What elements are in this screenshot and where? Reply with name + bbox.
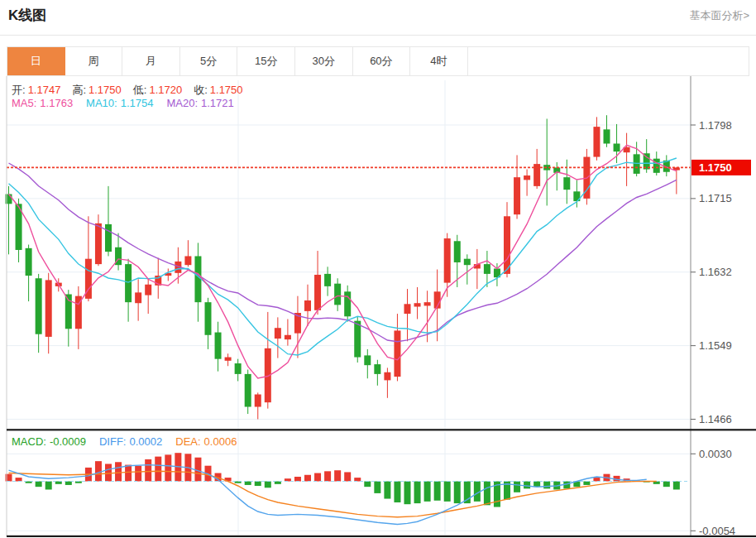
ma20-label: MA20: bbox=[166, 97, 198, 109]
candle-body bbox=[194, 256, 201, 302]
candle-body bbox=[354, 321, 361, 358]
macd-bar bbox=[45, 482, 52, 490]
macd-bar bbox=[125, 465, 132, 482]
tab-5min[interactable]: 5分 bbox=[180, 47, 238, 75]
kline-chart[interactable]: 1.17981.17151.16321.15491.14661.17500.00… bbox=[0, 0, 756, 538]
macd-bar bbox=[165, 454, 171, 481]
candle-body bbox=[563, 177, 570, 190]
macd-bar bbox=[414, 482, 421, 504]
macd-bar bbox=[534, 482, 540, 488]
macd-legend: MACD:-0.0009DIFF:0.0002DEA:0.0006 bbox=[12, 435, 250, 448]
header-divider bbox=[0, 35, 756, 36]
candle-body bbox=[145, 285, 151, 295]
tab-day[interactable]: 日 bbox=[7, 47, 65, 75]
macd-bar bbox=[374, 482, 380, 493]
candle-body bbox=[36, 278, 42, 334]
close-label: 收: bbox=[194, 84, 208, 96]
tab-15min[interactable]: 15分 bbox=[237, 47, 295, 75]
candle-body bbox=[344, 291, 351, 316]
macd-value: -0.0009 bbox=[50, 435, 86, 448]
ma5-line bbox=[9, 145, 677, 378]
candle-body bbox=[444, 238, 451, 283]
fundamental-analysis-link[interactable]: 基本面分析> bbox=[689, 8, 749, 23]
bottom-border bbox=[7, 536, 756, 537]
ma10-value: 1.1754 bbox=[121, 97, 154, 109]
candle-body bbox=[255, 395, 261, 407]
macd-bar bbox=[115, 462, 122, 481]
macd-label: MACD: bbox=[12, 435, 46, 448]
macd-bar bbox=[36, 482, 42, 488]
tab-4hour[interactable]: 4时 bbox=[410, 47, 468, 75]
macd-bar bbox=[394, 482, 400, 502]
diff-value: 0.0002 bbox=[129, 435, 162, 448]
candle-body bbox=[105, 224, 112, 252]
candle-body bbox=[135, 292, 141, 303]
dea-label: DEA: bbox=[175, 435, 200, 448]
macd-bar bbox=[105, 464, 112, 481]
candle-body bbox=[514, 177, 520, 214]
tab-60min[interactable]: 60分 bbox=[353, 47, 411, 75]
ma10-line bbox=[9, 158, 677, 355]
tab-week[interactable]: 周 bbox=[65, 47, 123, 75]
ma5-value: 1.1763 bbox=[40, 97, 73, 109]
macd-bar bbox=[344, 472, 351, 481]
macd-bar bbox=[314, 473, 321, 482]
axis-label: 0.0030 bbox=[699, 448, 732, 460]
macd-bar bbox=[444, 482, 451, 502]
open-label: 开: bbox=[12, 84, 26, 96]
macd-bar bbox=[65, 482, 72, 485]
tab-month[interactable]: 月 bbox=[122, 47, 180, 75]
macd-bar bbox=[194, 458, 201, 482]
timeframe-tabs: 日 周 月 5分 15分 30分 60分 4时 bbox=[7, 46, 749, 76]
macd-bar bbox=[404, 482, 411, 505]
candle-body bbox=[424, 302, 431, 305]
axis-label: -0.0054 bbox=[699, 525, 735, 537]
candle-body bbox=[634, 154, 640, 174]
macd-bar bbox=[265, 482, 271, 488]
candle-body bbox=[235, 363, 242, 374]
candle-body bbox=[125, 264, 132, 302]
macd-bar bbox=[304, 475, 311, 482]
candle-body bbox=[524, 175, 530, 180]
macd-bar bbox=[245, 482, 251, 485]
axis-label: 1.1466 bbox=[699, 413, 732, 425]
candle-body bbox=[504, 216, 510, 274]
macd-bar bbox=[593, 478, 600, 481]
macd-bar bbox=[454, 482, 461, 504]
low-value: 1.1720 bbox=[149, 84, 182, 96]
macd-bar bbox=[484, 482, 490, 506]
candle-body bbox=[225, 358, 232, 361]
macd-bar bbox=[135, 466, 141, 482]
macd-bar bbox=[95, 461, 102, 481]
page-title: K线图 bbox=[8, 6, 46, 25]
close-value: 1.1750 bbox=[210, 84, 243, 96]
ma20-value: 1.1721 bbox=[201, 97, 234, 109]
macd-bar bbox=[424, 482, 431, 502]
macd-bar bbox=[583, 482, 590, 485]
macd-bar bbox=[155, 457, 161, 482]
candle-body bbox=[364, 355, 371, 365]
candle-body bbox=[184, 256, 191, 265]
diff-label: DIFF: bbox=[99, 435, 127, 448]
candle-body bbox=[454, 241, 461, 262]
macd-bar bbox=[673, 482, 680, 490]
macd-bar bbox=[434, 482, 441, 501]
candle-body bbox=[414, 303, 421, 306]
ma5-label: MA5: bbox=[12, 97, 36, 109]
axis-label: 1.1798 bbox=[699, 119, 732, 132]
candle-body bbox=[95, 223, 102, 264]
candle-body bbox=[374, 364, 380, 374]
tab-30min[interactable]: 30分 bbox=[295, 47, 353, 75]
high-value: 1.1750 bbox=[89, 84, 122, 96]
candle-body bbox=[604, 129, 610, 143]
candle-body bbox=[215, 333, 222, 359]
low-label: 低: bbox=[133, 84, 147, 96]
macd-bar bbox=[354, 478, 361, 481]
candle-body bbox=[614, 143, 620, 151]
candle-body bbox=[653, 159, 660, 173]
macd-bar bbox=[324, 471, 331, 481]
macd-bar bbox=[364, 482, 371, 488]
candle-body bbox=[593, 127, 600, 156]
macd-bar bbox=[255, 482, 261, 487]
candle-body bbox=[275, 328, 281, 339]
